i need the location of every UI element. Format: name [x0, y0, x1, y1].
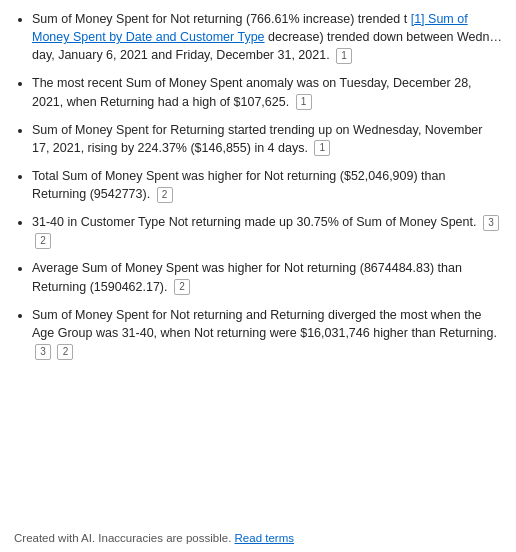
content-area: Sum of Money Spent for Not returning (76… — [14, 10, 502, 526]
badge: 2 — [157, 187, 173, 203]
main-container: Sum of Money Spent for Not returning (76… — [0, 0, 516, 552]
bullet-text: Sum of Money Spent for Returning started… — [32, 123, 482, 155]
bullet-text: Sum of Money Spent for Not returning (76… — [32, 12, 411, 26]
list-item: Sum of Money Spent for Not returning and… — [32, 306, 502, 360]
footer: Created with AI. Inaccuracies are possib… — [14, 526, 502, 544]
badge: 3 — [483, 215, 499, 231]
bullet-text: Sum of Money Spent for Not returning and… — [32, 308, 497, 340]
bullet-text: Average Sum of Money Spent was higher fo… — [32, 261, 462, 293]
badge: 1 — [296, 94, 312, 110]
badge: 2 — [35, 233, 51, 249]
badge: 2 — [174, 279, 190, 295]
list-item: Average Sum of Money Spent was higher fo… — [32, 259, 502, 295]
list-item: The most recent Sum of Money Spent anoma… — [32, 74, 502, 110]
footer-text: Created with AI. Inaccuracies are possib… — [14, 532, 231, 544]
read-terms-link[interactable]: Read terms — [235, 532, 294, 544]
list-item: Sum of Money Spent for Not returning (76… — [32, 10, 502, 64]
list-item: 31-40 in Customer Type Not returning mad… — [32, 213, 502, 249]
badge: 1 — [336, 48, 352, 64]
bullet-text: The most recent Sum of Money Spent anoma… — [32, 76, 472, 108]
insights-list: Sum of Money Spent for Not returning (76… — [14, 10, 502, 526]
bullet-text: 31-40 in Customer Type Not returning mad… — [32, 215, 476, 229]
badge: 3 — [35, 344, 51, 360]
list-item: Sum of Money Spent for Returning started… — [32, 121, 502, 157]
bullet-text: Total Sum of Money Spent was higher for … — [32, 169, 445, 201]
list-item: Total Sum of Money Spent was higher for … — [32, 167, 502, 203]
badge: 2 — [57, 344, 73, 360]
badge: 1 — [314, 140, 330, 156]
